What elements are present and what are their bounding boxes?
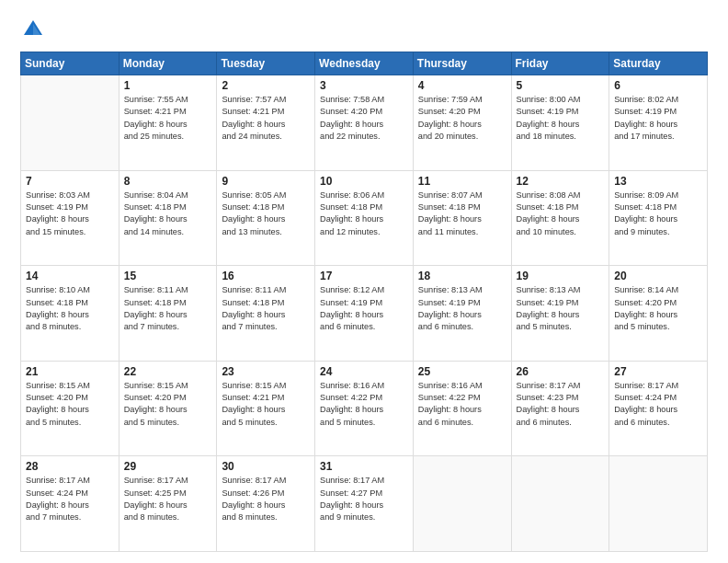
- day-info: Sunrise: 8:16 AM Sunset: 4:22 PM Dayligh…: [418, 380, 506, 429]
- day-number: 20: [614, 270, 702, 282]
- day-info: Sunrise: 8:13 AM Sunset: 4:19 PM Dayligh…: [517, 284, 605, 333]
- day-number: 17: [320, 270, 408, 282]
- calendar-day-cell: 5Sunrise: 8:00 AM Sunset: 4:19 PM Daylig…: [511, 75, 609, 171]
- day-number: 6: [614, 79, 702, 92]
- weekday-header: Sunday: [21, 52, 119, 75]
- day-number: 12: [517, 175, 605, 188]
- day-info: Sunrise: 7:55 AM Sunset: 4:21 PM Dayligh…: [124, 94, 212, 143]
- calendar-day-cell: 16Sunrise: 8:11 AM Sunset: 4:18 PM Dayli…: [217, 266, 315, 362]
- calendar-day-cell: 24Sunrise: 8:16 AM Sunset: 4:22 PM Dayli…: [315, 361, 414, 456]
- calendar-day-cell: 13Sunrise: 8:09 AM Sunset: 4:18 PM Dayli…: [609, 170, 708, 266]
- calendar-day-cell: 18Sunrise: 8:13 AM Sunset: 4:19 PM Dayli…: [413, 266, 511, 362]
- calendar-header-row: SundayMondayTuesdayWednesdayThursdayFrid…: [21, 52, 708, 75]
- day-number: 23: [222, 365, 310, 378]
- day-number: 9: [222, 175, 310, 188]
- day-number: 15: [124, 270, 212, 282]
- calendar-week-row: 7Sunrise: 8:03 AM Sunset: 4:19 PM Daylig…: [21, 170, 708, 266]
- calendar-day-cell: 3Sunrise: 7:58 AM Sunset: 4:20 PM Daylig…: [315, 75, 414, 171]
- day-number: 21: [26, 365, 114, 378]
- weekday-header: Monday: [119, 52, 217, 75]
- calendar-day-cell: 25Sunrise: 8:16 AM Sunset: 4:22 PM Dayli…: [413, 361, 511, 456]
- day-number: 28: [26, 460, 114, 473]
- calendar-day-cell: 28Sunrise: 8:17 AM Sunset: 4:24 PM Dayli…: [21, 456, 119, 552]
- day-info: Sunrise: 8:15 AM Sunset: 4:21 PM Dayligh…: [222, 380, 310, 429]
- page: SundayMondayTuesdayWednesdayThursdayFrid…: [0, 0, 728, 563]
- calendar-day-cell: [413, 456, 511, 552]
- day-info: Sunrise: 8:17 AM Sunset: 4:25 PM Dayligh…: [124, 475, 212, 523]
- day-number: 11: [418, 175, 506, 188]
- day-info: Sunrise: 7:59 AM Sunset: 4:20 PM Dayligh…: [418, 94, 506, 143]
- day-number: 30: [222, 460, 310, 473]
- calendar-day-cell: 12Sunrise: 8:08 AM Sunset: 4:18 PM Dayli…: [511, 170, 609, 266]
- calendar-day-cell: 14Sunrise: 8:10 AM Sunset: 4:18 PM Dayli…: [21, 266, 119, 362]
- day-number: 16: [222, 270, 310, 282]
- day-info: Sunrise: 8:13 AM Sunset: 4:19 PM Dayligh…: [418, 284, 506, 333]
- calendar-day-cell: 11Sunrise: 8:07 AM Sunset: 4:18 PM Dayli…: [413, 170, 511, 266]
- calendar-day-cell: 27Sunrise: 8:17 AM Sunset: 4:24 PM Dayli…: [609, 361, 708, 456]
- calendar-day-cell: 2Sunrise: 7:57 AM Sunset: 4:21 PM Daylig…: [217, 75, 315, 171]
- day-number: 25: [418, 365, 506, 378]
- day-info: Sunrise: 7:58 AM Sunset: 4:20 PM Dayligh…: [320, 94, 408, 143]
- calendar-day-cell: 9Sunrise: 8:05 AM Sunset: 4:18 PM Daylig…: [217, 170, 315, 266]
- day-number: 18: [418, 270, 506, 282]
- day-info: Sunrise: 8:17 AM Sunset: 4:24 PM Dayligh…: [26, 475, 114, 523]
- calendar-day-cell: 31Sunrise: 8:17 AM Sunset: 4:27 PM Dayli…: [315, 456, 414, 552]
- calendar-day-cell: 6Sunrise: 8:02 AM Sunset: 4:19 PM Daylig…: [609, 75, 708, 171]
- day-info: Sunrise: 8:03 AM Sunset: 4:19 PM Dayligh…: [26, 190, 114, 238]
- weekday-header: Friday: [511, 52, 609, 75]
- day-number: 26: [517, 365, 605, 378]
- weekday-header: Tuesday: [217, 52, 315, 75]
- logo-icon: [20, 17, 46, 42]
- calendar-day-cell: 20Sunrise: 8:14 AM Sunset: 4:20 PM Dayli…: [609, 266, 708, 362]
- day-number: 8: [124, 175, 212, 188]
- calendar-day-cell: 23Sunrise: 8:15 AM Sunset: 4:21 PM Dayli…: [217, 361, 315, 456]
- calendar-day-cell: 29Sunrise: 8:17 AM Sunset: 4:25 PM Dayli…: [119, 456, 217, 552]
- day-info: Sunrise: 8:17 AM Sunset: 4:24 PM Dayligh…: [614, 380, 702, 429]
- calendar-day-cell: 4Sunrise: 7:59 AM Sunset: 4:20 PM Daylig…: [413, 75, 511, 171]
- day-number: 29: [124, 460, 212, 473]
- calendar-table: SundayMondayTuesdayWednesdayThursdayFrid…: [20, 52, 708, 552]
- calendar-day-cell: 30Sunrise: 8:17 AM Sunset: 4:26 PM Dayli…: [217, 456, 315, 552]
- day-info: Sunrise: 8:06 AM Sunset: 4:18 PM Dayligh…: [320, 190, 408, 238]
- day-number: 5: [517, 79, 605, 92]
- day-info: Sunrise: 8:15 AM Sunset: 4:20 PM Dayligh…: [26, 380, 114, 429]
- calendar-day-cell: [609, 456, 708, 552]
- day-info: Sunrise: 8:16 AM Sunset: 4:22 PM Dayligh…: [320, 380, 408, 429]
- calendar-day-cell: 17Sunrise: 8:12 AM Sunset: 4:19 PM Dayli…: [315, 266, 414, 362]
- header: [20, 17, 708, 42]
- weekday-header: Thursday: [413, 52, 511, 75]
- calendar-day-cell: [21, 75, 119, 171]
- calendar-day-cell: 22Sunrise: 8:15 AM Sunset: 4:20 PM Dayli…: [119, 361, 217, 456]
- day-number: 13: [614, 175, 702, 188]
- day-info: Sunrise: 8:17 AM Sunset: 4:23 PM Dayligh…: [517, 380, 605, 429]
- day-number: 10: [320, 175, 408, 188]
- day-info: Sunrise: 8:17 AM Sunset: 4:26 PM Dayligh…: [222, 475, 310, 523]
- day-info: Sunrise: 8:02 AM Sunset: 4:19 PM Dayligh…: [614, 94, 702, 143]
- day-info: Sunrise: 8:17 AM Sunset: 4:27 PM Dayligh…: [320, 475, 408, 523]
- day-info: Sunrise: 8:04 AM Sunset: 4:18 PM Dayligh…: [124, 190, 212, 238]
- day-number: 19: [517, 270, 605, 282]
- day-info: Sunrise: 8:15 AM Sunset: 4:20 PM Dayligh…: [124, 380, 212, 429]
- logo: [20, 17, 50, 42]
- calendar-week-row: 28Sunrise: 8:17 AM Sunset: 4:24 PM Dayli…: [21, 456, 708, 552]
- calendar-week-row: 14Sunrise: 8:10 AM Sunset: 4:18 PM Dayli…: [21, 266, 708, 362]
- day-info: Sunrise: 8:11 AM Sunset: 4:18 PM Dayligh…: [222, 284, 310, 333]
- day-info: Sunrise: 8:05 AM Sunset: 4:18 PM Dayligh…: [222, 190, 310, 238]
- calendar-day-cell: 7Sunrise: 8:03 AM Sunset: 4:19 PM Daylig…: [21, 170, 119, 266]
- calendar-day-cell: [511, 456, 609, 552]
- day-info: Sunrise: 8:14 AM Sunset: 4:20 PM Dayligh…: [614, 284, 702, 333]
- day-info: Sunrise: 8:07 AM Sunset: 4:18 PM Dayligh…: [418, 190, 506, 238]
- day-number: 4: [418, 79, 506, 92]
- calendar-week-row: 1Sunrise: 7:55 AM Sunset: 4:21 PM Daylig…: [21, 75, 708, 171]
- day-info: Sunrise: 8:08 AM Sunset: 4:18 PM Dayligh…: [517, 190, 605, 238]
- day-info: Sunrise: 8:12 AM Sunset: 4:19 PM Dayligh…: [320, 284, 408, 333]
- calendar-day-cell: 21Sunrise: 8:15 AM Sunset: 4:20 PM Dayli…: [21, 361, 119, 456]
- day-number: 31: [320, 460, 408, 473]
- day-number: 22: [124, 365, 212, 378]
- calendar-day-cell: 8Sunrise: 8:04 AM Sunset: 4:18 PM Daylig…: [119, 170, 217, 266]
- day-info: Sunrise: 8:09 AM Sunset: 4:18 PM Dayligh…: [614, 190, 702, 238]
- day-info: Sunrise: 8:10 AM Sunset: 4:18 PM Dayligh…: [26, 284, 114, 333]
- day-info: Sunrise: 7:57 AM Sunset: 4:21 PM Dayligh…: [222, 94, 310, 143]
- day-number: 2: [222, 79, 310, 92]
- weekday-header: Wednesday: [315, 52, 414, 75]
